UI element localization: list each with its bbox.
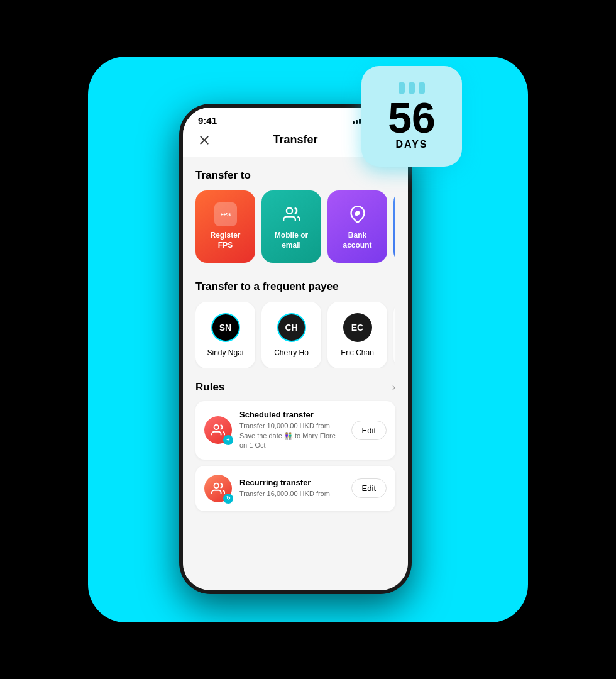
frequent-payees-title: Transfer to a frequent payee — [195, 280, 395, 293]
calendar-tab-2 — [409, 82, 415, 94]
recurring-badge: ↻ — [223, 494, 233, 504]
phone-frame: 56 DAYS 9:41 📶 — [179, 104, 412, 594]
mobile-transfer-button[interactable]: Mobile oremail — [261, 190, 321, 263]
mobile-icon — [280, 203, 303, 226]
recurring-edit-button[interactable]: Edit — [351, 478, 387, 498]
transfer-options-row: FPS RegisterFPS — [195, 190, 395, 265]
bank-label: Bankaccount — [343, 231, 371, 250]
payee-cherry[interactable]: CH Cherry Ho — [261, 302, 321, 368]
calendar-days-label: DAYS — [396, 139, 428, 150]
recurring-desc: Transfer 16,000.00 HKD from — [239, 489, 344, 499]
sindy-name: Sindy Ngai — [207, 348, 243, 357]
rules-section: Rules › + — [195, 381, 395, 511]
fps-icon: FPS — [214, 203, 237, 226]
eric-avatar: EC — [343, 313, 372, 342]
svg-point-6 — [214, 483, 219, 487]
scheduled-content: Scheduled transfer Transfer 10,000.00 HK… — [239, 410, 344, 450]
recurring-rule: ↻ Recurring transfer Transfer 16,000.00 … — [195, 466, 395, 511]
payees-section: Transfer to a frequent payee SN Sindy Ng… — [195, 280, 395, 368]
mobile-label: Mobile oremail — [275, 231, 308, 250]
rules-header: Rules › — [195, 381, 395, 394]
recurring-icon: ↻ — [204, 475, 232, 502]
status-time: 9:41 — [198, 115, 217, 126]
payee-eric[interactable]: EC Eric Chan — [327, 302, 387, 368]
calendar-number: 56 — [388, 96, 436, 139]
calendar-tabs-decoration — [399, 82, 425, 94]
svg-point-5 — [214, 425, 219, 429]
scheduled-name: Scheduled transfer — [239, 410, 344, 419]
scheduled-badge: + — [223, 435, 233, 445]
rules-title: Rules — [195, 381, 224, 394]
bank-icon: $ — [346, 203, 369, 226]
recurring-content: Recurring transfer Transfer 16,000.00 HK… — [239, 478, 344, 499]
scheduled-rule: + Scheduled transfer Transfer 10,000.00 … — [195, 401, 395, 459]
content-area: Transfer to FPS RegisterFPS — [183, 157, 408, 577]
payee-fourth[interactable] — [393, 302, 395, 368]
fps-label: RegisterFPS — [210, 231, 240, 250]
fps-transfer-button[interactable]: FPS RegisterFPS — [195, 190, 255, 263]
eric-name: Eric Chan — [341, 348, 374, 357]
transfer-to-title: Transfer to — [195, 169, 395, 182]
cherry-name: Cherry Ho — [274, 348, 309, 357]
svg-point-0 — [286, 207, 292, 213]
rules-chevron-icon[interactable]: › — [392, 382, 395, 393]
payees-row: SN Sindy Ngai CH Cherry Ho — [195, 302, 395, 368]
calendar-badge: 56 DAYS — [361, 66, 462, 167]
phone-wrapper: 56 DAYS 9:41 📶 — [179, 104, 412, 594]
close-button[interactable] — [195, 131, 213, 149]
calendar-tab-3 — [419, 82, 425, 94]
bank-transfer-button[interactable]: $ Bankaccount — [327, 190, 387, 263]
recurring-name: Recurring transfer — [239, 478, 344, 487]
scheduled-edit-button[interactable]: Edit — [351, 421, 387, 440]
scheduled-desc: Transfer 10,000.00 HKD from Save the dat… — [239, 421, 344, 450]
phone-screen: 9:41 📶 Transfer — [183, 108, 408, 590]
payee-sindy[interactable]: SN Sindy Ngai — [195, 302, 255, 368]
calendar-tab-1 — [399, 82, 405, 94]
page-title: Transfer — [273, 133, 317, 146]
cherry-avatar: CH — [277, 313, 306, 342]
sindy-avatar: SN — [211, 313, 240, 342]
scheduled-icon: + — [204, 416, 232, 444]
fourth-transfer-button[interactable] — [393, 190, 395, 263]
